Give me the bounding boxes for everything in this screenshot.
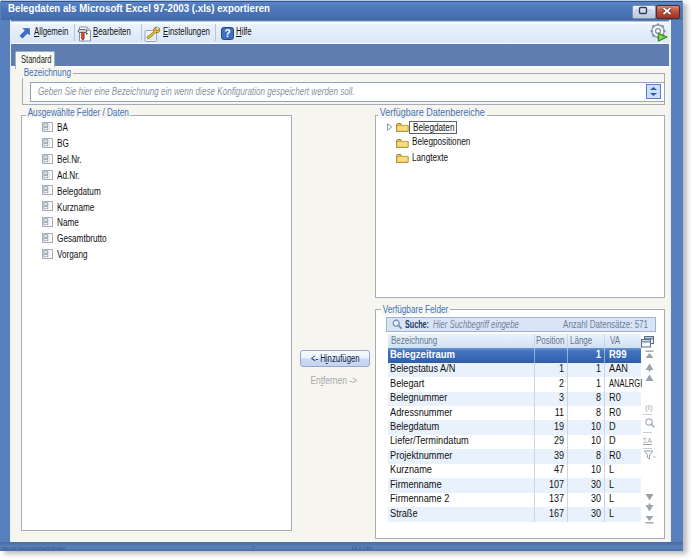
svg-text:?: ? <box>224 28 230 39</box>
